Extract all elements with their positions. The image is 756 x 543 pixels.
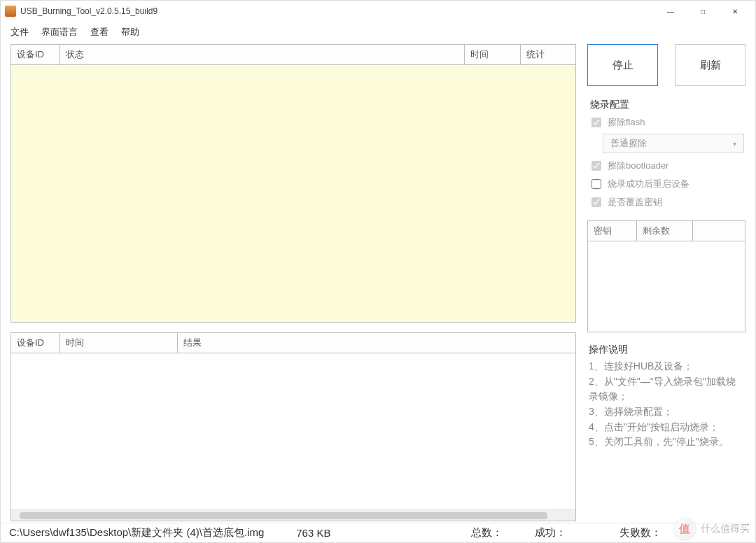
col-time[interactable]: 时间 xyxy=(465,45,521,64)
stop-button[interactable]: 停止 xyxy=(587,44,658,86)
results-scrollbar[interactable] xyxy=(11,509,575,521)
instructions-title: 操作说明 xyxy=(589,344,746,356)
col-key-spacer xyxy=(693,221,745,241)
config-title: 烧录配置 xyxy=(590,99,744,111)
reboot-after-checkbox[interactable] xyxy=(592,179,601,189)
erase-bootloader-check[interactable]: 擦除bootloader xyxy=(589,159,744,173)
instruction-line: 4、点击"开始"按钮启动烧录； xyxy=(589,420,744,435)
instructions-text: 1、连接好HUB及设备； 2、从"文件"—"导入烧录包"加载烧录镜像； 3、选择… xyxy=(587,359,746,450)
erase-mode-value: 普通擦除 xyxy=(610,137,647,150)
status-path: C:\Users\dwf135\Desktop\新建文件夹 (4)\首选底包.i… xyxy=(4,526,270,540)
close-button[interactable]: ✕ xyxy=(719,1,751,22)
col-key[interactable]: 密钥 xyxy=(588,221,637,241)
app-icon xyxy=(5,6,16,17)
statusbar: C:\Users\dwf135\Desktop\新建文件夹 (4)\首选底包.i… xyxy=(1,523,755,542)
device-status-body xyxy=(11,65,575,322)
titlebar: USB_Burning_Tool_v2.0.5.15_build9 — □ ✕ xyxy=(1,1,755,22)
maximize-button[interactable]: □ xyxy=(687,1,719,22)
overwrite-key-check[interactable]: 是否覆盖密钥 xyxy=(589,195,744,209)
erase-flash-check[interactable]: 擦除flash xyxy=(589,115,744,129)
reboot-after-label: 烧录成功后重启设备 xyxy=(608,178,690,190)
burn-config-group: 烧录配置 擦除flash 普通擦除 ▾ 擦除bootloader 烧录成功后重启… xyxy=(587,96,746,213)
instruction-line: 5、关闭工具前，先"停止"烧录。 xyxy=(589,435,744,450)
menubar: 文件 界面语言 查看 帮助 xyxy=(1,22,755,45)
erase-bootloader-checkbox[interactable] xyxy=(592,161,601,171)
menu-view[interactable]: 查看 xyxy=(90,26,108,38)
erase-flash-label: 擦除flash xyxy=(608,116,645,129)
instruction-line: 3、选择烧录配置； xyxy=(589,404,744,420)
results-body xyxy=(11,353,575,509)
menu-file[interactable]: 文件 xyxy=(10,26,29,38)
close-icon: ✕ xyxy=(732,8,738,15)
col-result-result[interactable]: 结果 xyxy=(178,333,575,353)
overwrite-key-label: 是否覆盖密钥 xyxy=(608,196,662,209)
overwrite-key-checkbox[interactable] xyxy=(592,197,601,207)
erase-mode-select[interactable]: 普通擦除 ▾ xyxy=(603,134,744,153)
col-stats[interactable]: 统计 xyxy=(521,45,575,64)
minimize-button[interactable]: — xyxy=(654,1,687,22)
status-total: 总数： xyxy=(465,526,508,540)
minimize-icon: — xyxy=(667,8,674,15)
instruction-line: 2、从"文件"—"导入烧录包"加载烧录镜像； xyxy=(589,374,744,404)
col-device-id[interactable]: 设备ID xyxy=(11,45,60,64)
erase-flash-checkbox[interactable] xyxy=(592,118,601,127)
col-result-device-id[interactable]: 设备ID xyxy=(11,333,60,353)
key-panel: 密钥 剩余数 xyxy=(587,220,746,332)
results-panel: 设备ID 时间 结果 xyxy=(10,332,576,521)
col-result-time[interactable]: 时间 xyxy=(60,333,178,353)
menu-help[interactable]: 帮助 xyxy=(121,26,139,38)
col-status[interactable]: 状态 xyxy=(60,45,465,64)
status-fail: 失败数： xyxy=(614,526,667,540)
status-success: 成功： xyxy=(529,526,572,540)
instruction-line: 1、连接好HUB及设备； xyxy=(589,359,744,374)
chevron-down-icon: ▾ xyxy=(733,140,736,148)
menu-language[interactable]: 界面语言 xyxy=(41,26,78,38)
col-remaining[interactable]: 剩余数 xyxy=(637,221,693,241)
refresh-button[interactable]: 刷新 xyxy=(675,44,746,86)
status-size: 763 KB xyxy=(290,527,465,539)
window-title: USB_Burning_Tool_v2.0.5.15_build9 xyxy=(20,6,158,16)
device-status-panel: 设备ID 状态 时间 统计 xyxy=(10,44,576,323)
erase-bootloader-label: 擦除bootloader xyxy=(608,160,668,172)
maximize-icon: □ xyxy=(701,8,705,15)
reboot-after-check[interactable]: 烧录成功后重启设备 xyxy=(589,177,744,191)
